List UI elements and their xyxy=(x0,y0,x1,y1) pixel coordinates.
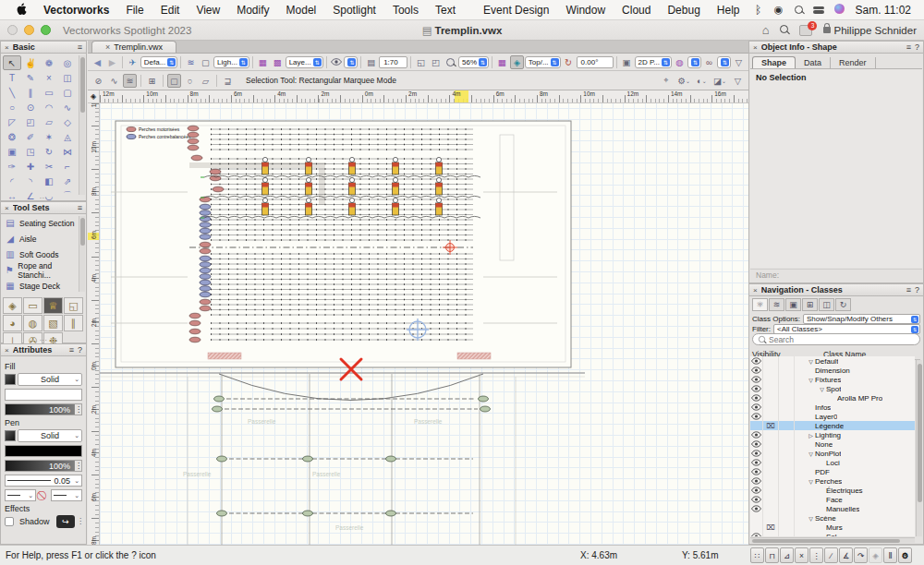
visibility-slot[interactable] xyxy=(763,504,779,513)
line-style-select-start[interactable]: ⌄ xyxy=(5,489,36,501)
visibility-slot[interactable] xyxy=(763,403,779,412)
back-button[interactable]: ◀ xyxy=(91,55,104,69)
menu-help[interactable]: Help xyxy=(709,4,748,17)
class-row-perches[interactable]: ▽Perches xyxy=(750,476,915,486)
rotation-angle-value[interactable]: 0.00° xyxy=(577,56,614,68)
basic-tool-13-icon[interactable]: ⊙ xyxy=(21,100,40,114)
angle-snap-icon[interactable]: ⊿ xyxy=(780,547,794,563)
visibility-slot[interactable] xyxy=(779,393,795,403)
tab-shape[interactable]: Shape xyxy=(752,56,796,68)
document-tab[interactable]: × Tremplin.vwx xyxy=(91,41,176,53)
visibility-slot[interactable] xyxy=(779,467,795,476)
polygon-marquee-mode[interactable]: ▱ xyxy=(199,74,213,88)
render-style-select[interactable]: ⇅ xyxy=(717,56,731,68)
visibility-slot[interactable] xyxy=(779,439,795,449)
close-palette-icon[interactable]: × xyxy=(5,346,9,355)
basic-tool-15-icon[interactable]: ∿ xyxy=(58,100,77,114)
class-row-pdf[interactable]: PDF xyxy=(750,467,915,476)
saved-views-select[interactable]: Defa...⇅ xyxy=(140,56,178,68)
basic-tool-21-icon[interactable]: ✐ xyxy=(21,129,40,144)
visibility-slot[interactable] xyxy=(763,430,779,439)
class-options-select[interactable]: Show/Snap/Modify Others⇅ xyxy=(803,314,920,324)
basic-tool-17-icon[interactable]: ◰ xyxy=(21,114,40,129)
basic-tool-18-icon[interactable]: ▱ xyxy=(40,114,58,129)
tool-sets-scrollbar[interactable] xyxy=(79,216,85,292)
visibility-slot[interactable] xyxy=(779,366,795,375)
basic-palette-header[interactable]: × Basic ≡ xyxy=(1,42,86,54)
bluetooth-icon[interactable]: ᛒ xyxy=(748,4,769,17)
class-row-dimension[interactable]: Dimension xyxy=(750,366,915,375)
basic-tool-31-icon[interactable]: ⌐ xyxy=(58,159,77,174)
basic-palette-scrollbar[interactable] xyxy=(79,55,85,195)
class-row-face[interactable]: Face xyxy=(750,495,915,504)
visibility-eye-icon[interactable] xyxy=(329,55,343,69)
class-tree[interactable]: ▽DefaultDimension▽Fixtures▽SpotArolla MP… xyxy=(750,356,915,536)
visibility-slot[interactable] xyxy=(763,356,779,366)
mode-chain-icon[interactable]: ≋ xyxy=(123,74,137,88)
mode-disable-icon[interactable]: ⊘ xyxy=(91,74,105,88)
basic-tool-7-icon[interactable]: ◫ xyxy=(58,70,77,85)
basic-tool-34-icon[interactable]: ◧ xyxy=(40,174,58,188)
screen-record-icon[interactable]: ◉ xyxy=(769,4,789,16)
render-mode-select[interactable]: ⇅ xyxy=(687,56,701,68)
line-style-select-end[interactable]: ⌄ xyxy=(51,489,82,501)
basic-tool-8-icon[interactable]: ╲ xyxy=(3,85,21,100)
projection-select[interactable]: 2D P...⇅ xyxy=(635,56,672,68)
basic-tool-4-icon[interactable]: T xyxy=(3,70,21,85)
control-center-icon[interactable] xyxy=(809,5,830,16)
visibility-slot[interactable] xyxy=(763,375,779,384)
nav-tab-design-layers-icon[interactable]: ≋ xyxy=(769,298,784,311)
grid-snap-icon[interactable]: ∷ xyxy=(750,547,764,563)
tangent-snap-icon[interactable]: ↷ xyxy=(854,547,868,563)
render-mode-icon[interactable]: ◍ xyxy=(673,55,687,69)
expander-icon[interactable]: ▷ xyxy=(807,432,815,439)
class-row-spot[interactable]: ▽Spot xyxy=(750,384,915,393)
palette-menu-icon[interactable]: ≡ xyxy=(906,285,911,295)
basic-tool-1-icon[interactable]: ✌ xyxy=(21,55,40,70)
visibility-slot[interactable] xyxy=(763,476,779,486)
visibility-eye-icon[interactable] xyxy=(750,476,763,486)
fit-objects-icon[interactable]: ◰ xyxy=(429,55,443,69)
visibility-slot[interactable] xyxy=(779,375,795,384)
class-row-default[interactable]: ▽Default xyxy=(750,356,915,366)
basic-tool-0-icon[interactable]: ↖ xyxy=(3,55,21,70)
basic-tool-12-icon[interactable]: ○ xyxy=(3,100,21,114)
pen-swatch[interactable] xyxy=(5,430,16,441)
nav-tab-classes-icon[interactable]: ⚛ xyxy=(752,298,768,311)
mode-bench-icon[interactable]: ⊒ xyxy=(221,74,235,88)
visibility-slot[interactable] xyxy=(763,412,779,421)
zoom-icon[interactable] xyxy=(444,55,457,69)
expander-icon[interactable]: ▽ xyxy=(807,478,815,485)
basic-tool-23-icon[interactable]: ◬ xyxy=(58,129,77,144)
spotlight-search-icon[interactable] xyxy=(789,5,809,16)
user-account[interactable]: Philippe Schnider xyxy=(823,25,917,36)
visibility-slot[interactable] xyxy=(763,467,779,476)
rotate-view-icon[interactable]: ↻ xyxy=(562,55,576,69)
basic-tool-5-icon[interactable]: ✎ xyxy=(21,70,40,85)
visibility-eye-icon[interactable] xyxy=(750,366,763,375)
lasso-marquee-mode[interactable]: ○ xyxy=(183,74,197,88)
layer-plane-icon[interactable]: ▢ xyxy=(199,55,213,69)
class-row-loci[interactable]: Loci xyxy=(750,458,915,467)
toolbar-overflow-icon[interactable]: ▽ xyxy=(732,55,746,69)
menu-text[interactable]: Text xyxy=(427,4,464,17)
shadow-checkbox[interactable] xyxy=(5,517,14,526)
visibility-slot[interactable] xyxy=(779,421,795,430)
visibility-slot[interactable] xyxy=(779,523,795,532)
visibility-slot[interactable] xyxy=(763,439,779,449)
rectangular-marquee-mode[interactable]: ▢ xyxy=(167,74,181,88)
layer-stack-icon[interactable]: ≋ xyxy=(184,55,198,69)
mode-bar-overflow-icon[interactable]: ▽ xyxy=(731,74,745,88)
pause-snapping-icon[interactable]: Ⅱ xyxy=(883,547,897,563)
basic-tool-3-icon[interactable]: ◎ xyxy=(58,55,77,70)
menu-tools[interactable]: Tools xyxy=(384,4,427,17)
close-palette-icon[interactable]: × xyxy=(5,204,9,212)
hidden-class-icon[interactable]: ⌧ xyxy=(763,421,779,430)
visibility-eye-icon[interactable] xyxy=(750,393,763,403)
basic-tool-33-icon[interactable]: ◝ xyxy=(21,174,40,188)
menu-clock[interactable]: Sam. 11:02 xyxy=(850,4,917,17)
visibility-eye-icon[interactable] xyxy=(750,439,763,449)
visibility-slot[interactable] xyxy=(763,366,779,375)
mode-combo-icon[interactable]: ⊞ xyxy=(145,74,159,88)
zoom-window-button[interactable] xyxy=(41,25,51,35)
